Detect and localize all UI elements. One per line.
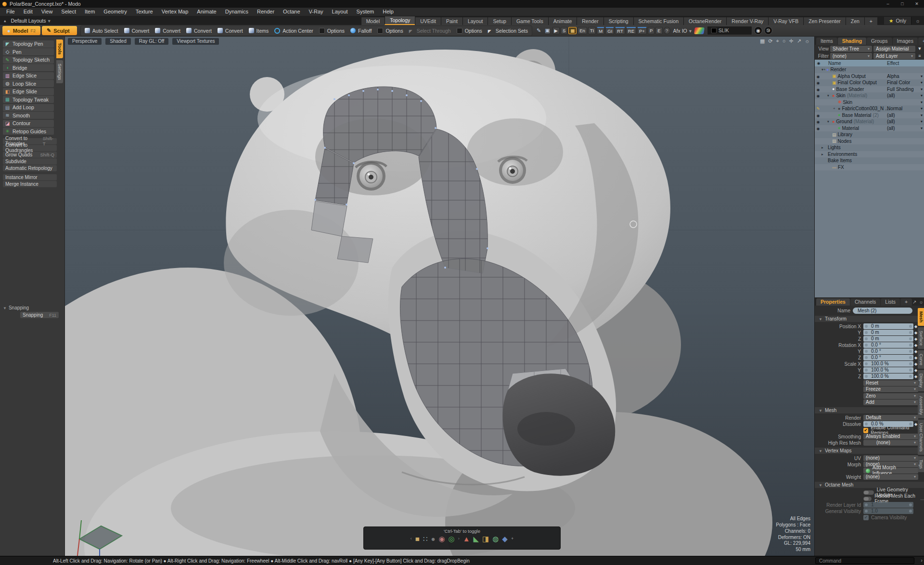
only-toggle[interactable]: ★Only — [884, 17, 911, 25]
tool-button[interactable]: ◍ Loop Slice — [3, 80, 54, 87]
options-button[interactable]: Options — [374, 26, 406, 35]
vray-rt-button[interactable]: RT — [615, 27, 625, 34]
panel-tab[interactable]: Items — [816, 38, 837, 45]
convert-button[interactable]: Convert — [183, 26, 215, 35]
items-button[interactable]: Items — [246, 26, 272, 35]
play-button[interactable]: ▶ — [552, 27, 560, 34]
layout-tab[interactable]: Schematic Fusion — [633, 17, 683, 25]
layout-tab[interactable]: Setup — [488, 17, 511, 25]
layout-tab[interactable]: Zen Presenter — [803, 17, 846, 25]
shader-tree-row[interactable]: ✱ Skin ▾ — [815, 99, 924, 106]
grid-mode-button[interactable]: ▦ — [568, 27, 577, 34]
effect-dropdown-icon[interactable]: ▾ — [921, 106, 923, 111]
octane-icon[interactable]: ◉ — [754, 26, 762, 35]
shader-tree-row[interactable]: ● Base Material (2) (all) ▾ — [815, 112, 924, 119]
sphere-green-icon[interactable]: ◍ — [492, 535, 499, 542]
tool-button[interactable]: ◖ Bridge — [3, 64, 54, 71]
command-button[interactable]: Merge Instance — [3, 181, 57, 187]
shader-tree-row[interactable]: ▤ Nodes — [815, 138, 924, 145]
close-button[interactable]: ✕ — [910, 0, 924, 8]
help-button[interactable]: ? — [664, 27, 670, 34]
cube-points-icon[interactable]: ∷ — [423, 535, 428, 542]
general-visibility-field[interactable]: 1.0 — [863, 508, 913, 514]
viewport-control-button[interactable]: Shaded — [105, 38, 130, 45]
filter-select[interactable]: (none)▾ — [830, 53, 872, 59]
vray-m-button[interactable]: M — [597, 27, 604, 34]
grid-icon[interactable]: ▦ — [760, 38, 765, 44]
smoothing-dropdown[interactable]: Always Enabled▾ — [863, 434, 918, 439]
shader-tree-row[interactable]: ▾+ ● Render — [815, 66, 924, 73]
live-geometry-toggle[interactable] — [863, 490, 874, 495]
side-tab[interactable]: Tags — [918, 456, 924, 472]
list-options-button[interactable]: ≡ — [917, 53, 923, 58]
panel-tab[interactable]: Channels — [850, 298, 880, 306]
effect-dropdown-icon[interactable]: ▾ — [921, 74, 923, 78]
visibility-eye-icon[interactable] — [815, 126, 821, 131]
afx-io-dropdown[interactable]: Afx IO▾ — [673, 28, 692, 34]
viewport-control-button[interactable]: Perspective — [68, 38, 102, 45]
effect-dropdown-icon[interactable]: ▾ — [921, 80, 923, 85]
tool-button[interactable]: ▤ Add Loop — [3, 104, 54, 111]
transform-value-field[interactable]: 100.0 % — [863, 361, 913, 367]
convert-button[interactable]: Convert — [152, 26, 183, 35]
s-button[interactable]: S — [561, 27, 567, 34]
target-icon[interactable]: ⌖ — [776, 38, 779, 44]
tool-button[interactable]: ✳ Retopo Guides — [3, 128, 54, 135]
command-button[interactable]: Automatic Retopology — [3, 165, 57, 171]
cone-red-icon[interactable]: ▲ — [463, 535, 470, 542]
tool-button[interactable]: ◪ Contour — [3, 120, 54, 127]
gear-icon[interactable]: ☼ — [805, 38, 809, 44]
reload-mesh-toggle[interactable] — [863, 497, 872, 501]
side-tab[interactable]: Display — [918, 370, 924, 391]
shader-tree-row[interactable]: ● Material (all) ▾ — [815, 125, 924, 132]
transform-value-field[interactable]: 0 m — [863, 336, 913, 342]
panel-tab[interactable]: Images — [893, 38, 918, 45]
panel-tab[interactable]: Shading — [838, 38, 866, 45]
effect-column-header[interactable]: Effect — [887, 61, 899, 66]
shader-tree-row[interactable]: ▾ ● Ground (Material) (all) ▾ — [815, 118, 924, 125]
tool-button[interactable]: ✎ Topology Sketch — [3, 56, 54, 64]
shader-tree-row[interactable]: ● Base Shader Full Shading ▾ — [815, 86, 924, 93]
gear-icon[interactable]: ☼ — [919, 299, 923, 305]
menu-item[interactable]: View — [37, 8, 57, 16]
side-tab[interactable]: Curve — [918, 350, 924, 369]
menu-item[interactable]: Geometry — [99, 8, 131, 16]
side-tab[interactable]: Assembly — [918, 393, 924, 418]
shader-tree-row[interactable]: ▬ FX — [815, 164, 924, 171]
options-button[interactable]: Options — [316, 26, 347, 35]
expand-icon[interactable]: ▾+ — [821, 67, 826, 72]
layout-tab[interactable]: Model — [361, 17, 385, 25]
menu-item[interactable]: File — [2, 8, 19, 16]
popout-icon[interactable]: ↗ — [912, 299, 916, 305]
layout-tab[interactable]: Zen — [846, 17, 864, 25]
layout-tab[interactable]: OctaneRender — [683, 17, 726, 25]
command-button[interactable]: Instance Mirror — [3, 174, 57, 180]
sphere-red-icon[interactable]: ◉ — [438, 535, 445, 542]
action-center-button[interactable]: Action Center — [271, 26, 316, 35]
shader-tree-row[interactable]: ▾ ● Skin (Material) (all) ▾ — [815, 92, 924, 99]
effect-dropdown-icon[interactable]: ▾ — [921, 126, 923, 130]
p-button[interactable]: P — [648, 27, 654, 34]
ti-button[interactable]: TI — [588, 27, 596, 34]
tab-tools[interactable]: Tools — [56, 39, 63, 58]
shader-tree-row[interactable]: ▸ Environments — [815, 151, 924, 158]
effect-dropdown-icon[interactable]: ▾ — [921, 113, 923, 117]
shield-blue-icon[interactable]: ◆ — [502, 535, 508, 542]
slik-button[interactable]: SLIK — [707, 26, 752, 35]
visibility-eye-icon[interactable] — [815, 106, 821, 111]
vray-pplus-button[interactable]: P+ — [637, 27, 647, 34]
shader-view-select[interactable]: Shader Tree▾ — [830, 46, 872, 52]
e-button[interactable]: E — [655, 27, 662, 34]
side-tab[interactable]: Mesh — [918, 308, 924, 326]
transform-action-button[interactable]: Add▾ — [863, 399, 918, 405]
convert-button[interactable]: Convert — [121, 26, 153, 35]
transform-value-field[interactable]: 0 m — [863, 330, 913, 335]
layout-tab[interactable]: Game Tools — [511, 17, 548, 25]
high-res-mesh-dropdown[interactable]: (none)▾ — [863, 440, 918, 446]
layout-tab[interactable]: Layout — [462, 17, 488, 25]
command-button[interactable]: Grow Quads Shift-Q — [3, 152, 57, 158]
render-layer-id-field[interactable]: 1 — [863, 502, 913, 508]
menu-item[interactable]: Item — [80, 8, 99, 16]
transform-value-field[interactable]: 0 m — [863, 323, 913, 329]
visibility-eye-icon[interactable] — [815, 74, 821, 79]
